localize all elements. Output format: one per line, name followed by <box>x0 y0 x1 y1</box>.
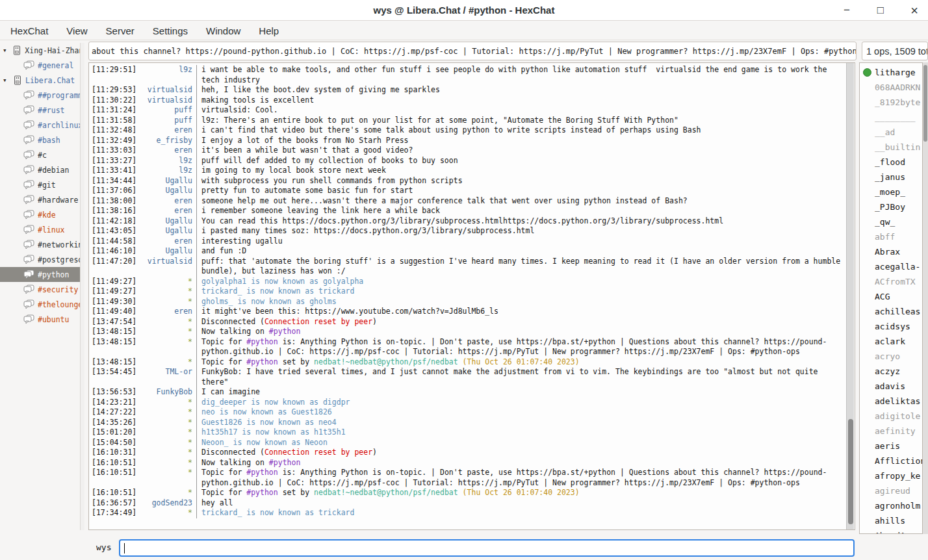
sidebar-item-bash[interactable]: #bash <box>0 133 81 147</box>
tree-scrollbar[interactable] <box>80 43 84 530</box>
user-row[interactable]: ________ <box>860 110 922 125</box>
sidebar-item-kde[interactable]: #kde <box>0 207 81 222</box>
user-row[interactable]: agireud <box>860 483 922 498</box>
message-input[interactable] <box>119 539 855 557</box>
timestamp: [11:31:58] <box>89 116 137 126</box>
timestamp: [15:04:50] <box>89 438 137 448</box>
user-row[interactable]: ACfromTX <box>860 274 922 289</box>
user-row[interactable]: __ad <box>860 125 922 140</box>
sidebar-item-python[interactable]: #python <box>0 267 81 282</box>
message-segment: puff: that 'automate the boring stuff' i… <box>201 257 845 276</box>
sidebar-item-security[interactable]: #security <box>0 282 81 297</box>
user-row[interactable]: aefinity <box>860 424 922 439</box>
timestamp: [11:33:27] <box>89 156 137 166</box>
user-row[interactable]: __builtin <box>860 140 922 155</box>
userlist-scrollbar-thumb[interactable] <box>923 65 927 142</box>
menu-window[interactable]: Window <box>201 23 250 39</box>
chat-bubble-icon <box>23 60 34 70</box>
maximize-button[interactable]: □ <box>873 3 888 18</box>
chat-line: [13:48:15]*Topic for #python set by nedb… <box>89 357 855 368</box>
user-row[interactable]: ACG <box>860 289 922 304</box>
sidebar-item-thelounge[interactable]: #thelounge <box>0 297 81 312</box>
channel-label: #thelounge <box>38 300 81 309</box>
title-bar[interactable]: wys @ Libera.Chat / #python - HexChat − … <box>0 0 928 21</box>
user-row[interactable]: aclark <box>860 334 922 349</box>
message-text: Now talking on #python <box>197 327 855 337</box>
expander-icon[interactable]: ▾ <box>3 76 12 84</box>
sidebar-item-programming[interactable]: ##programming <box>0 88 81 103</box>
message-segment: #python <box>246 357 277 366</box>
user-row[interactable]: _8192byte <box>860 95 922 110</box>
topic-input[interactable]: about this channel? https://pound-python… <box>88 42 857 60</box>
network-label: Xing-Hai-Zhan <box>25 46 81 55</box>
user-row[interactable]: aeris <box>860 439 922 453</box>
sidebar-item-git[interactable]: #git <box>0 177 81 192</box>
message-segment: and fun :D <box>201 246 246 255</box>
user-row[interactable]: _flood <box>860 155 922 170</box>
message-text: neo is now known as Guest1826 <box>197 407 855 418</box>
minimize-button[interactable]: − <box>840 3 854 18</box>
user-row[interactable]: acegalla- <box>860 259 922 274</box>
chat-bubble-icon <box>23 255 34 264</box>
user-row[interactable]: aczyz <box>860 364 922 379</box>
user-row[interactable]: litharge <box>860 65 922 80</box>
sidebar-item-archlinux[interactable]: #archlinux <box>0 118 81 133</box>
timestamp: [16:10:51] <box>89 488 137 498</box>
user-row[interactable]: adeliktas <box>860 394 922 409</box>
sidebar-item-hardware[interactable]: #hardware <box>0 192 81 207</box>
message-segment: it might've been this: https://www.youtu… <box>201 307 498 316</box>
sidebar-item-postgresql[interactable]: #postgresql <box>0 252 81 267</box>
sidebar-item-general[interactable]: #general <box>0 58 81 73</box>
user-row[interactable]: AhmedAmer <box>860 528 922 534</box>
message-segment: I enjoy a lot of the books from No Starh… <box>201 136 409 145</box>
user-row[interactable]: _janus <box>860 170 922 185</box>
message-segment: dig_deeper is now known as digdpr <box>201 398 350 407</box>
sidebar-item-debian[interactable]: #debian <box>0 162 81 177</box>
user-row[interactable]: acidsys <box>860 319 922 334</box>
user-row[interactable]: ahills <box>860 513 922 528</box>
user-nick: ahills <box>875 516 905 526</box>
sidebar-network-libera.chat[interactable]: ▾Libera.Chat <box>0 73 81 88</box>
sidebar-item-ubuntu[interactable]: #ubuntu <box>0 312 81 327</box>
chat-line: [11:31:58]puffl9z: There's an entire boo… <box>89 116 855 126</box>
message-text: someone help me out here...wasn't there … <box>197 196 855 207</box>
user-row[interactable]: achilleas <box>860 304 922 319</box>
user-row[interactable]: Abrax <box>860 244 922 259</box>
chat-scrollbar[interactable] <box>846 63 854 529</box>
input-bar: wys <box>0 537 928 560</box>
sidebar-item-c[interactable]: #c <box>0 147 81 162</box>
sidebar-item-linux[interactable]: #linux <box>0 222 81 237</box>
sidebar-item-networking[interactable]: #networking <box>0 237 81 252</box>
sidebar-network-xing-hai-zhan[interactable]: ▾Xing-Hai-Zhan <box>0 43 81 58</box>
user-row[interactable]: 068AADRKN <box>860 80 922 95</box>
message-text: Neoon_ is now known as Neoon <box>197 438 855 448</box>
message-text: golyalpha1 is now known as golyalpha <box>197 277 855 287</box>
menu-settings[interactable]: Settings <box>148 23 197 39</box>
sidebar-item-rust[interactable]: ##rust <box>0 103 81 118</box>
chat-area[interactable]: [11:29:51]l9zi want be able to make tool… <box>88 62 855 530</box>
user-row[interactable]: abff <box>860 229 922 244</box>
message-text: it might've been this: https://www.youtu… <box>197 307 855 317</box>
user-nick: aczyz <box>875 366 900 376</box>
expander-icon[interactable]: ▾ <box>3 46 11 55</box>
chat-line: [16:36:57]godSend23hey all <box>89 498 855 509</box>
menu-hexchat[interactable]: HexChat <box>5 23 57 39</box>
user-nick: _PJBoy <box>875 202 905 212</box>
user-row[interactable]: _moep_ <box>860 185 922 199</box>
close-button[interactable]: × <box>907 3 922 18</box>
topic-text: about this channel? https://pound-python… <box>92 47 857 56</box>
user-row[interactable]: agronholm <box>860 498 922 513</box>
menu-view[interactable]: View <box>61 23 96 39</box>
user-row[interactable]: acryo <box>860 349 922 364</box>
user-row[interactable]: _PJBoy <box>860 199 922 214</box>
menu-help[interactable]: Help <box>253 23 288 39</box>
user-row[interactable]: adigitole <box>860 409 922 424</box>
timestamp: [16:10:31] <box>89 448 137 458</box>
user-row[interactable]: Affliction <box>860 453 922 468</box>
timestamp: [11:49:40] <box>89 307 137 317</box>
chat-scrollbar-thumb[interactable] <box>848 419 853 524</box>
user-row[interactable]: adavis <box>860 379 922 394</box>
menu-server[interactable]: Server <box>101 23 144 39</box>
user-row[interactable]: _qw_ <box>860 214 922 229</box>
user-row[interactable]: afropy_ke <box>860 468 922 483</box>
